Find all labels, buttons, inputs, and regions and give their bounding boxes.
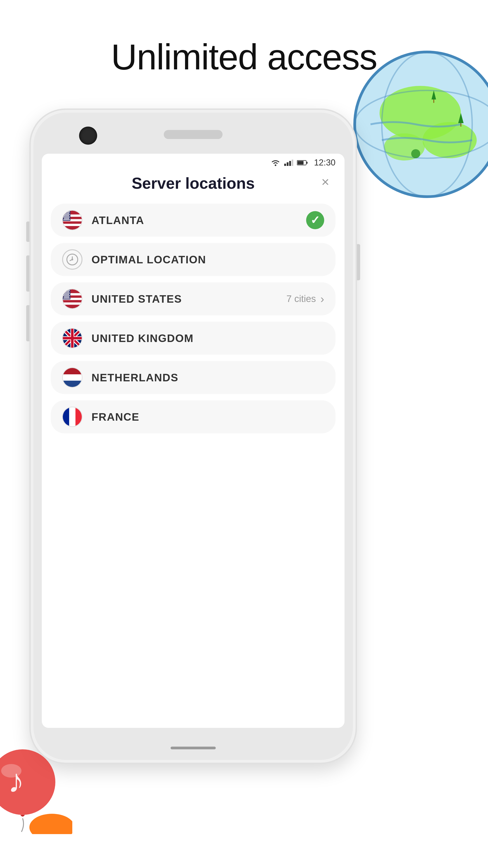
svg-point-55 <box>68 218 69 219</box>
svg-point-82 <box>64 292 65 293</box>
svg-point-59 <box>67 219 68 220</box>
svg-point-76 <box>67 290 68 291</box>
music-balloon-decoration: ♪ <box>0 748 72 834</box>
svg-rect-123 <box>75 407 82 426</box>
svg-point-89 <box>67 294 68 295</box>
svg-rect-117 <box>63 374 82 381</box>
svg-point-92 <box>65 295 66 296</box>
selected-check-atlanta: ✓ <box>306 211 324 229</box>
flag-us-atlanta <box>62 210 83 230</box>
svg-point-50 <box>67 217 68 218</box>
location-name-atlanta: ATLANTA <box>92 214 306 226</box>
location-item-united-states[interactable]: UNITED STATES 7 cities › <box>51 282 335 315</box>
location-list: ATLANTA ✓ OPTIMAL LOCATION <box>42 204 345 433</box>
flag-fr <box>62 407 83 427</box>
location-item-france[interactable]: FRANCE <box>51 400 335 433</box>
volume-down-button <box>26 305 29 341</box>
close-icon: × <box>321 175 329 189</box>
svg-point-53 <box>66 218 67 219</box>
svg-point-79 <box>66 291 67 292</box>
location-name-us: UNITED STATES <box>92 293 287 305</box>
svg-point-90 <box>68 294 69 295</box>
svg-point-104 <box>69 298 70 299</box>
svg-point-73 <box>64 290 65 291</box>
location-name-nl: NETHERLANDS <box>92 371 324 384</box>
svg-point-60 <box>69 219 70 220</box>
svg-rect-122 <box>69 407 75 426</box>
svg-point-57 <box>65 219 66 220</box>
svg-point-83 <box>65 292 66 293</box>
svg-rect-13 <box>284 164 286 166</box>
svg-point-40 <box>66 214 67 215</box>
svg-point-41 <box>67 214 68 215</box>
optimal-location-icon <box>62 249 83 270</box>
svg-point-98 <box>67 296 68 298</box>
svg-point-31 <box>66 211 67 213</box>
svg-rect-8 <box>433 99 434 103</box>
svg-rect-10 <box>460 123 461 127</box>
svg-rect-71 <box>63 305 82 307</box>
svg-point-96 <box>64 296 65 298</box>
svg-point-33 <box>69 211 70 213</box>
signal-icon <box>284 159 293 166</box>
location-item-uk[interactable]: UNITED KINGDOM <box>51 322 335 355</box>
wifi-icon <box>270 159 281 166</box>
svg-point-37 <box>68 213 69 214</box>
svg-point-52 <box>64 218 65 219</box>
svg-point-35 <box>66 213 67 214</box>
flag-uk <box>62 328 83 348</box>
svg-rect-116 <box>63 368 82 374</box>
chevron-right-icon: › <box>320 292 324 305</box>
svg-point-51 <box>69 217 70 218</box>
location-name-fr: FRANCE <box>92 411 324 423</box>
location-name-optimal: OPTIMAL LOCATION <box>92 253 324 266</box>
flag-us <box>62 289 83 309</box>
svg-point-32 <box>67 211 68 213</box>
svg-rect-26 <box>63 224 82 226</box>
svg-point-91 <box>64 295 65 296</box>
location-item-atlanta[interactable]: ATLANTA ✓ <box>51 204 335 237</box>
globe-decoration <box>348 45 488 204</box>
phone-screen: 12:30 × Server locations <box>42 154 345 728</box>
svg-point-44 <box>66 215 67 216</box>
phone-frame: 12:30 × Server locations <box>29 108 357 764</box>
battery-icon <box>297 160 308 166</box>
svg-rect-18 <box>297 161 303 164</box>
location-item-netherlands[interactable]: NETHERLANDS <box>51 361 335 394</box>
svg-point-47 <box>64 217 65 218</box>
svg-rect-15 <box>289 161 291 166</box>
svg-rect-70 <box>63 303 82 305</box>
svg-rect-121 <box>63 407 69 426</box>
svg-rect-14 <box>287 162 289 166</box>
svg-point-58 <box>66 219 67 220</box>
svg-rect-19 <box>306 162 308 164</box>
svg-point-54 <box>67 218 68 219</box>
svg-rect-113 <box>63 337 82 339</box>
svg-point-88 <box>66 294 67 295</box>
location-item-optimal[interactable]: OPTIMAL LOCATION <box>51 243 335 276</box>
svg-point-75 <box>66 290 67 291</box>
svg-point-74 <box>65 290 66 291</box>
screen-title: Server locations <box>42 174 345 192</box>
svg-point-12 <box>275 164 276 166</box>
svg-point-38 <box>64 214 65 215</box>
svg-point-103 <box>67 298 68 299</box>
svg-point-78 <box>64 291 65 292</box>
svg-point-63 <box>71 258 73 260</box>
svg-point-48 <box>65 217 66 218</box>
svg-point-99 <box>68 296 69 298</box>
svg-rect-27 <box>63 226 82 228</box>
svg-point-42 <box>69 214 70 215</box>
location-name-uk: UNITED KINGDOM <box>92 332 324 344</box>
svg-point-100 <box>64 298 65 299</box>
svg-text:♪: ♪ <box>8 763 24 799</box>
svg-rect-69 <box>63 300 82 303</box>
svg-point-77 <box>69 290 70 291</box>
close-button[interactable]: × <box>318 174 333 190</box>
svg-point-30 <box>65 211 66 213</box>
svg-rect-25 <box>63 221 82 224</box>
svg-point-102 <box>66 298 67 299</box>
svg-rect-118 <box>63 381 82 387</box>
svg-point-95 <box>69 295 70 296</box>
svg-point-49 <box>66 217 67 218</box>
